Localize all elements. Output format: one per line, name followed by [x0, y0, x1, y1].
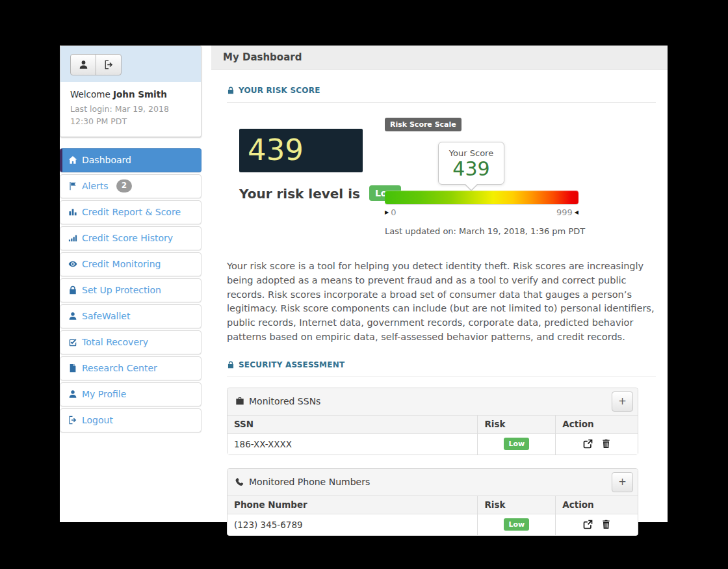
scale-min-group: 0 — [385, 207, 396, 217]
risk-scale-labels: 0 999 — [385, 207, 578, 217]
sidebar-item-label: Logout — [82, 415, 113, 425]
ssn-table: SSN Risk Action 186-XX-XXXX Low — [228, 416, 638, 455]
sidebar-menu: Dashboard Alerts 2 Credit Report & Score… — [60, 148, 202, 432]
user-card-body: Welcome John Smith Last login: Mar 19, 2… — [60, 82, 201, 137]
sidebar-item-label: Alerts — [82, 181, 109, 191]
sidebar-item-set-up-protection[interactable]: Set Up Protection — [60, 278, 202, 302]
risk-badge: Low — [504, 438, 529, 450]
table-row: 186-XX-XXXX Low — [228, 434, 638, 455]
ssn-value-cell: 186-XX-XXXX — [228, 434, 478, 455]
column-header: Risk — [478, 496, 556, 514]
sidebar-item-label: Total Recovery — [82, 337, 148, 347]
external-link-icon[interactable] — [583, 439, 593, 449]
sidebar-item-research-center[interactable]: Research Center — [60, 356, 202, 380]
action-icons — [562, 439, 631, 449]
phone-icon — [235, 477, 244, 486]
desktop-background: { "user_panel": { "welcome_prefix": "Wel… — [0, 0, 728, 569]
scale-max: 999 — [556, 207, 573, 217]
sidebar: Welcome John Smith Last login: Mar 19, 2… — [60, 46, 202, 434]
page-title: My Dashboard — [223, 51, 302, 63]
column-header: SSN — [228, 416, 478, 434]
panel-heading: Monitored SSNs + — [228, 388, 638, 416]
flag-icon — [68, 181, 77, 191]
table-header-row: Phone Number Risk Action — [228, 496, 638, 514]
section-title: SECURITY ASSESSMENT — [239, 360, 344, 369]
scale-max-group: 999 — [556, 207, 578, 217]
profile-button[interactable] — [70, 54, 96, 75]
divider — [227, 377, 656, 377]
risk-level-line: Your risk level is Low — [239, 185, 401, 202]
add-ssn-button[interactable]: + — [612, 391, 633, 412]
file-icon — [68, 364, 77, 373]
sidebar-item-label: Dashboard — [82, 155, 131, 165]
alerts-count-badge: 2 — [116, 179, 132, 192]
sidebar-item-my-profile[interactable]: My Profile — [60, 382, 202, 406]
sidebar-item-credit-score-history[interactable]: Credit Score History — [60, 226, 202, 250]
user-icon — [79, 60, 88, 70]
home-icon — [68, 155, 77, 165]
risk-scale-label-chip: Risk Score Scale — [385, 118, 462, 131]
score-tooltip: Your Score 439 — [438, 142, 504, 185]
panel-title: Monitored Phone Numbers — [249, 477, 370, 487]
right-marker-icon — [573, 209, 578, 215]
bar-chart-ascending-icon — [68, 233, 77, 243]
action-icons — [562, 520, 631, 529]
external-link-icon[interactable] — [583, 520, 593, 529]
phone-table: Phone Number Risk Action (123) 345-6789 … — [228, 496, 638, 535]
welcome-prefix: Welcome — [70, 89, 110, 99]
panel-title: Monitored SSNs — [249, 396, 320, 406]
action-cell — [556, 514, 638, 535]
last-login: Last login: Mar 19, 2018 12:30 PM PDT — [70, 103, 191, 128]
account-button-group — [70, 54, 122, 75]
risk-scale-gradient-bar — [385, 191, 578, 204]
sidebar-item-label: Credit Score History — [82, 233, 173, 243]
security-section-header: SECURITY ASSESSMENT — [227, 360, 656, 369]
panel-title-group: Monitored Phone Numbers — [235, 477, 370, 487]
risk-level-label: Your risk level is — [239, 186, 360, 202]
user-card: Welcome John Smith Last login: Mar 19, 2… — [60, 46, 202, 137]
app-window: Welcome John Smith Last login: Mar 19, 2… — [60, 46, 668, 522]
user-icon — [68, 390, 77, 399]
column-header: Risk — [478, 416, 556, 434]
add-phone-button[interactable]: + — [612, 472, 633, 492]
trash-icon[interactable] — [601, 520, 611, 529]
lock-icon — [68, 285, 77, 295]
user-name: John Smith — [113, 89, 167, 99]
sidebar-item-safewallet[interactable]: SafeWallet — [60, 304, 202, 328]
last-updated-text: Last updated on: March 19, 2018, 1:36 pm… — [385, 226, 585, 236]
sidebar-item-credit-monitoring[interactable]: Credit Monitoring — [60, 252, 202, 276]
sidebar-item-total-recovery[interactable]: Total Recovery — [60, 330, 202, 354]
table-row: (123) 345-6789 Low — [228, 514, 638, 535]
welcome-line: Welcome John Smith — [70, 89, 191, 99]
sidebar-item-logout[interactable]: Logout — [60, 408, 202, 432]
lock-icon — [227, 361, 235, 369]
divider — [227, 102, 656, 103]
sidebar-item-label: Set Up Protection — [82, 285, 161, 295]
sign-out-icon — [104, 60, 114, 70]
column-header: Phone Number — [228, 496, 478, 514]
sidebar-item-alerts[interactable]: Alerts 2 — [60, 174, 202, 198]
section-title: YOUR RISK SCORE — [239, 86, 320, 95]
logout-button[interactable] — [96, 54, 122, 75]
page-header: My Dashboard — [211, 46, 668, 70]
risk-score-widget: 439 Your risk level is Low Risk Score Sc… — [227, 118, 656, 245]
tooltip-title: Your Score — [439, 148, 504, 158]
security-assessment-section: SECURITY ASSESSMENT Monitored SSNs + — [227, 360, 656, 536]
sign-out-icon — [68, 416, 77, 425]
sidebar-item-credit-report-score[interactable]: Credit Report & Score — [60, 200, 202, 224]
monitored-ssns-panel: Monitored SSNs + SSN Risk Action — [227, 388, 638, 455]
briefcase-icon — [235, 397, 244, 406]
user-icon — [68, 311, 77, 321]
risk-score-description: Your risk score is a tool for helping yo… — [227, 259, 656, 345]
risk-cell: Low — [478, 434, 556, 455]
risk-score-display: 439 — [239, 129, 363, 172]
sidebar-item-dashboard[interactable]: Dashboard — [60, 148, 202, 172]
main-panel: My Dashboard YOUR RISK SCORE 439 Your ri… — [211, 46, 668, 522]
sidebar-item-label: Credit Report & Score — [82, 207, 181, 217]
sidebar-item-label: Credit Monitoring — [82, 259, 161, 269]
eye-icon — [68, 259, 77, 269]
table-header-row: SSN Risk Action — [228, 416, 638, 434]
risk-badge: Low — [504, 518, 529, 531]
risk-cell: Low — [478, 514, 556, 535]
trash-icon[interactable] — [601, 439, 611, 449]
